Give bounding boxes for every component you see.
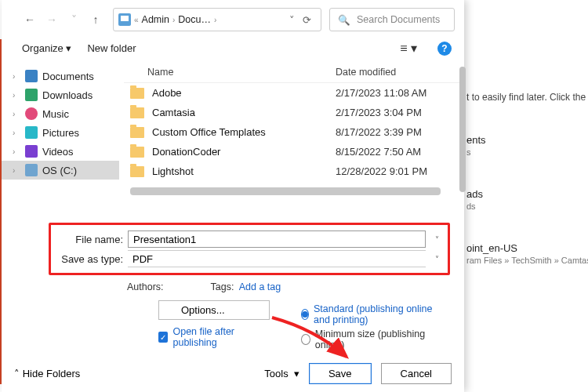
view-mode-button[interactable]: ≡ ▾	[395, 39, 422, 57]
background-panel: t to easily find later. Click the pin en…	[463, 0, 588, 392]
tags-label: Tags:	[211, 281, 234, 292]
nav-recent-icon[interactable]: ˅	[64, 10, 83, 29]
background-item: ents s	[466, 134, 588, 157]
help-icon[interactable]: ?	[437, 42, 452, 56]
folder-icon	[130, 107, 144, 118]
breadcrumb[interactable]: Docu…	[178, 14, 211, 25]
tools-menu[interactable]: Tools ▾	[264, 368, 299, 379]
breadcrumb-sep: «	[134, 16, 139, 24]
authors-label: Authors:	[127, 281, 164, 292]
nav-forward-icon[interactable]: →	[42, 10, 61, 29]
hide-folders-button[interactable]: ˄ Hide Folders	[14, 368, 80, 379]
save-as-dialog: ← → ˅ ↑ « Admin › Docu… › ˅ ⟳ 🔍 Search D…	[2, 0, 464, 392]
file-name-input[interactable]: Presentation1	[128, 230, 426, 248]
dialog-toolbar: Organize ▾ New folder ≡ ▾ ?	[2, 36, 464, 62]
nav-bar: ← → ˅ ↑ « Admin › Docu… › ˅ ⟳ 🔍 Search D…	[2, 0, 464, 36]
checkbox-checked-icon: ✓	[158, 332, 168, 343]
new-folder-button[interactable]: New folder	[87, 42, 136, 54]
add-tag-link[interactable]: Add a tag	[239, 281, 281, 292]
file-list-pane: Name Date modified Adobe2/17/2023 11:08 …	[119, 62, 464, 216]
pictures-icon	[25, 126, 38, 139]
nav-back-icon[interactable]: ←	[20, 10, 39, 29]
organize-button[interactable]: Organize ▾	[22, 42, 71, 54]
tree-item-downloads[interactable]: ›Downloads	[2, 85, 119, 104]
radio-checked-icon	[301, 309, 309, 320]
savetype-dropdown-icon[interactable]: ˅	[430, 255, 443, 263]
tree-item-music[interactable]: ›Music	[2, 104, 119, 123]
highlight-annotation: File name: Presentation1 ˅ Save as type:…	[49, 223, 450, 275]
save-type-label: Save as type:	[56, 253, 123, 265]
filename-dropdown-icon[interactable]: ˅	[430, 235, 443, 244]
folder-icon	[130, 127, 144, 138]
breadcrumb[interactable]: Admin	[142, 14, 169, 25]
documents-icon	[25, 70, 38, 82]
search-placeholder: Search Documents	[357, 14, 440, 25]
list-item[interactable]: Lightshot12/28/2022 9:01 PM	[124, 162, 464, 181]
tree-item-videos[interactable]: ›Videos	[2, 142, 119, 161]
address-bar[interactable]: « Admin › Docu… › ˅ ⟳	[113, 8, 321, 31]
horizontal-scrollbar[interactable]	[130, 187, 441, 195]
chevron-right-icon: ›	[172, 16, 175, 24]
folder-icon	[130, 166, 144, 177]
tree-item-documents[interactable]: ›Documents	[2, 67, 119, 85]
nav-up-icon[interactable]: ↑	[86, 10, 105, 29]
options-button[interactable]: Options...	[158, 300, 270, 320]
search-icon: 🔍	[338, 14, 350, 26]
drive-icon	[25, 164, 38, 176]
radio-minimum[interactable]: Minimum size (publishing online)	[301, 328, 434, 350]
refresh-icon[interactable]: ⟳	[303, 14, 311, 26]
list-item[interactable]: Camtasia2/17/2023 3:04 PM	[124, 103, 464, 122]
save-type-select[interactable]: PDF	[128, 250, 426, 267]
save-button[interactable]: Save	[309, 363, 372, 384]
list-item[interactable]: DonationCoder8/15/2022 7:50 AM	[124, 142, 464, 162]
column-headers[interactable]: Name Date modified	[124, 62, 464, 83]
background-item: oint_en-US ram Files » TechSmith » Camta…	[466, 242, 588, 265]
cancel-button[interactable]: Cancel	[381, 363, 452, 384]
music-icon	[25, 107, 38, 120]
folder-icon	[130, 147, 144, 158]
downloads-icon	[25, 89, 38, 101]
nav-tree: ›Documents ›Downloads ›Music ›Pictures ›…	[2, 62, 119, 216]
chevron-right-icon: ›	[214, 16, 216, 24]
vertical-scrollbar[interactable]	[459, 67, 466, 192]
save-form: File name: Presentation1 ˅ Save as type:…	[2, 216, 464, 358]
drive-icon	[118, 13, 131, 26]
background-hint-text: t to easily find later. Click the pin	[466, 92, 588, 103]
tree-item-os-drive[interactable]: ›OS (C:)	[2, 161, 119, 180]
background-item: ads ds	[466, 188, 588, 211]
search-input[interactable]: 🔍 Search Documents	[329, 8, 455, 31]
radio-unchecked-icon	[301, 334, 310, 345]
radio-standard[interactable]: Standard (publishing online and printing…	[301, 303, 434, 325]
column-name[interactable]: Name	[147, 67, 336, 78]
column-date[interactable]: Date modified	[336, 67, 461, 78]
file-name-label: File name:	[56, 234, 123, 245]
list-item[interactable]: Adobe2/17/2023 11:08 AM	[124, 83, 464, 103]
dialog-footer: ˄ Hide Folders Tools ▾ Save Cancel	[2, 358, 464, 392]
open-after-checkbox[interactable]: ✓ Open file after publishing	[158, 326, 270, 348]
list-item[interactable]: Custom Office Templates8/17/2022 3:39 PM	[124, 122, 464, 142]
tree-item-pictures[interactable]: ›Pictures	[2, 123, 119, 142]
address-dropdown-icon[interactable]: ˅	[289, 14, 295, 26]
videos-icon	[25, 145, 38, 158]
dialog-body: ›Documents ›Downloads ›Music ›Pictures ›…	[2, 62, 464, 216]
folder-icon	[130, 88, 144, 99]
